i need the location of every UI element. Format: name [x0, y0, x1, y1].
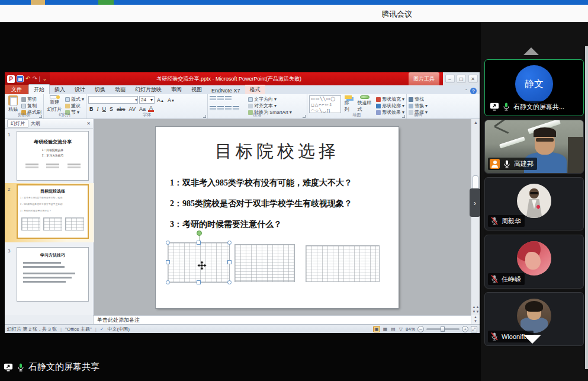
align-left-icon[interactable]: [210, 106, 216, 111]
shape-outline-button[interactable]: 形状轮廓▾: [376, 103, 404, 109]
layout-button[interactable]: 版式▾: [65, 96, 84, 103]
arrange-button[interactable]: 排列: [343, 95, 354, 113]
tab-design[interactable]: 设计: [70, 85, 90, 94]
tab-file[interactable]: 文件: [5, 85, 28, 94]
italic-button[interactable]: I: [96, 106, 100, 112]
meeting-titlebar[interactable]: 腾讯会议: [0, 5, 588, 23]
panel-close-icon[interactable]: ✕: [86, 121, 91, 126]
quick-styles-button[interactable]: 快速样式: [355, 95, 374, 113]
bold-button[interactable]: B: [88, 106, 95, 112]
slide-thumbnail-2[interactable]: 2 目标院校选择 1：双非考入985类学校有没有可能，难度大不大？ 2：985类…: [5, 185, 94, 242]
panel-tab-outline[interactable]: 大纲: [31, 120, 40, 127]
zoom-slider-thumb[interactable]: [441, 326, 445, 332]
participant-tile-shijingwen[interactable]: 静文 石静文的屏幕共...: [484, 59, 584, 116]
tab-animations[interactable]: 动画: [110, 85, 130, 94]
strikethrough-button[interactable]: abc: [115, 106, 127, 112]
zoom-out-button[interactable]: –: [417, 326, 424, 332]
copy-button[interactable]: 复制: [21, 103, 41, 109]
replace-button[interactable]: 替换▾: [409, 103, 428, 109]
grow-font-button[interactable]: A▲: [156, 97, 165, 103]
tab-slideshow[interactable]: 幻灯片放映: [130, 85, 166, 94]
panel-tab-slides[interactable]: 幻灯片: [7, 119, 28, 128]
align-text-button[interactable]: 对齐文本▾: [248, 103, 292, 109]
resize-handle[interactable]: [166, 260, 170, 264]
underline-button[interactable]: U: [101, 106, 108, 112]
minimize-button[interactable]: –: [445, 75, 455, 83]
sidebar-scrollbar[interactable]: [585, 46, 588, 369]
fit-to-window-button[interactable]: ⤢: [471, 326, 477, 332]
paste-button[interactable]: 粘贴: [7, 95, 20, 113]
text-shadow-button[interactable]: S: [108, 106, 114, 112]
qat-customize-icon[interactable]: ⌄: [42, 76, 47, 82]
text-direction-button[interactable]: 文字方向▾: [248, 96, 292, 103]
scroll-down-arrow-icon[interactable]: [523, 335, 541, 344]
slide-scrollbar[interactable]: ▲ ▲▲ ▼▼: [471, 119, 480, 315]
change-case-button[interactable]: Aa: [138, 106, 147, 112]
notes-pane[interactable]: 单击此处添加备注: [94, 315, 471, 324]
reset-button[interactable]: 重设: [65, 103, 84, 109]
resize-handle[interactable]: [166, 280, 170, 284]
scroll-up-arrow-icon[interactable]: [523, 47, 539, 55]
table-image[interactable]: [234, 244, 295, 282]
participant-tile-gaojianbang[interactable]: 高建邦: [484, 120, 584, 174]
slide-thumbnail-3[interactable]: 3 学习方法技巧: [5, 247, 94, 304]
save-icon[interactable]: [17, 75, 24, 82]
next-slide-button[interactable]: ▼▼: [471, 309, 480, 314]
slideshow-button[interactable]: ▽: [399, 326, 403, 332]
slide-thumbnail-1[interactable]: 1 考研经验交流分享 1：目标院校选择 2：学习方法技巧: [5, 131, 94, 183]
help-icon[interactable]: ?: [470, 88, 477, 94]
new-slide-button[interactable]: 新建 幻灯片: [46, 95, 63, 113]
language-indicator[interactable]: 中文(中国): [108, 326, 130, 332]
tab-insert[interactable]: 插入: [50, 85, 70, 94]
scroll-up-icon[interactable]: ▲: [471, 120, 480, 124]
char-spacing-button[interactable]: AV: [128, 106, 137, 112]
resize-handle[interactable]: [227, 260, 232, 264]
slide-title[interactable]: 目标院校选择: [156, 140, 399, 164]
font-name-select[interactable]: ▾: [88, 96, 138, 104]
resize-handle[interactable]: [166, 241, 170, 245]
previous-slide-button[interactable]: ▲▲: [471, 305, 480, 309]
dialog-launcher-icon[interactable]: [402, 115, 405, 118]
shape-fill-button[interactable]: 形状填充▾: [376, 96, 404, 103]
zoom-slider[interactable]: [426, 328, 460, 330]
tab-home[interactable]: 开始: [28, 84, 50, 94]
bullets-icon[interactable]: [210, 96, 216, 101]
reading-view-button[interactable]: ▤: [390, 326, 396, 332]
font-size-select[interactable]: 24▾: [139, 96, 155, 104]
resize-handle[interactable]: [227, 280, 232, 284]
dialog-launcher-icon[interactable]: [303, 115, 306, 118]
cut-button[interactable]: 剪切: [21, 96, 41, 103]
find-button[interactable]: 查找: [409, 96, 428, 103]
font-color-button[interactable]: A: [148, 105, 154, 112]
resize-handle[interactable]: [197, 241, 201, 245]
slide-canvas[interactable]: 目标院校选择 1：双非考入985类学校有没有可能，难度大不大？ 2：985类院校…: [94, 119, 471, 315]
dialog-launcher-icon[interactable]: [39, 115, 42, 118]
tab-format[interactable]: 格式: [245, 85, 265, 94]
notes-scrollbar[interactable]: ▲▼: [471, 315, 480, 324]
indent-icon[interactable]: [225, 96, 232, 101]
tab-transitions[interactable]: 切换: [90, 85, 110, 94]
dialog-launcher-icon[interactable]: [203, 115, 206, 118]
restore-button[interactable]: ▢: [457, 75, 466, 83]
slide[interactable]: 目标院校选择 1：双非考入985类学校有没有可能，难度大不大？ 2：985类院校…: [156, 127, 399, 308]
justify-icon[interactable]: [233, 106, 239, 111]
ribbon-collapse-icon[interactable]: ˆ: [465, 88, 467, 94]
resize-handle[interactable]: [227, 241, 232, 245]
rotate-handle-icon[interactable]: [197, 230, 202, 236]
shrink-font-button[interactable]: A▼: [166, 97, 176, 103]
tab-view[interactable]: 视图: [187, 85, 207, 94]
align-center-icon[interactable]: [217, 106, 224, 111]
participant-tile-renzhengrong[interactable]: 任峥嵘: [484, 235, 584, 289]
normal-view-button[interactable]: ▣: [373, 326, 380, 332]
slide-sorter-button[interactable]: ▦: [383, 326, 388, 332]
participant-tile-zhouyihua[interactable]: 周毅华: [484, 177, 584, 230]
slide-body-text[interactable]: 1：双非考入985类学校有没有可能，难度大不大？ 2：985类院校是否对于双非学…: [170, 178, 399, 230]
ppt-titlebar[interactable]: P ↶ ↷ | ⌄ 考研经验交流分享.pptx - Microsoft Powe…: [5, 72, 480, 85]
table-image-selected[interactable]: [168, 242, 230, 283]
resize-handle[interactable]: [197, 280, 201, 284]
align-right-icon[interactable]: [225, 106, 232, 111]
close-button[interactable]: ✕: [468, 75, 478, 83]
zoom-in-button[interactable]: +: [462, 326, 468, 332]
shapes-gallery[interactable]: ▭▭╲╲▭◯ ◻△⌐⌐⇦⇩ ◠☆╲◡{}: [309, 95, 341, 113]
sidebar-collapse-handle[interactable]: ›: [470, 188, 480, 217]
